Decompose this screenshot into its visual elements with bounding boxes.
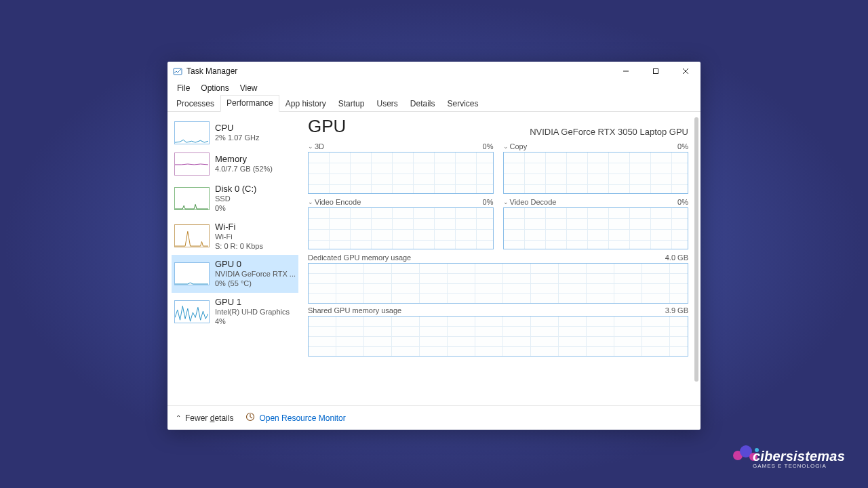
graph-canvas bbox=[308, 207, 494, 249]
cpu-thumb-icon bbox=[174, 121, 210, 144]
graph-video-decode[interactable]: ⌄Video Decode 0% bbox=[503, 198, 689, 249]
gpu0-thumb-icon bbox=[174, 262, 210, 285]
menu-view[interactable]: View bbox=[235, 82, 263, 94]
sidebar-item-label: Wi-Fi bbox=[215, 222, 296, 232]
svg-rect-2 bbox=[654, 69, 658, 74]
sidebar-item-label: CPU bbox=[215, 123, 296, 133]
gpu1-thumb-icon bbox=[174, 300, 210, 323]
tab-users[interactable]: Users bbox=[370, 96, 403, 112]
tab-row: Processes Performance App history Startu… bbox=[167, 96, 701, 112]
graph-copy[interactable]: ⌄Copy 0% bbox=[503, 142, 689, 194]
chevron-down-icon[interactable]: ⌄ bbox=[503, 199, 509, 205]
sidebar-item-sub: Intel(R) UHD Graphics bbox=[215, 307, 296, 317]
fewer-details-button[interactable]: ⌃ Fewer details bbox=[176, 413, 233, 423]
sidebar-item-label: Memory bbox=[215, 154, 296, 164]
sidebar-item-label: GPU 0 bbox=[215, 259, 296, 269]
gpu-model-label: NVIDIA GeForce RTX 3050 Laptop GPU bbox=[530, 127, 688, 137]
sidebar-item-sub2: 4% bbox=[215, 317, 296, 326]
tab-performance[interactable]: Performance bbox=[220, 95, 279, 112]
tab-startup[interactable]: Startup bbox=[332, 96, 371, 112]
chevron-up-icon: ⌃ bbox=[176, 414, 181, 422]
tab-details[interactable]: Details bbox=[404, 96, 441, 112]
sidebar-item-sub: 2% 1.07 GHz bbox=[215, 133, 296, 142]
graph-label: Video Encode bbox=[315, 198, 361, 206]
svg-line-7 bbox=[250, 417, 252, 418]
sidebar-item-gpu1[interactable]: GPU 1 Intel(R) UHD Graphics 4% bbox=[172, 293, 298, 331]
graph-canvas bbox=[503, 152, 689, 194]
open-resource-monitor-link[interactable]: Open Resource Monitor bbox=[245, 412, 345, 424]
graph-max-value: 4.0 GB bbox=[665, 253, 688, 262]
brand-watermark: cibersistemas GAMES E TECNOLOGIA bbox=[753, 449, 845, 469]
sidebar-item-label: GPU 1 bbox=[215, 297, 296, 307]
graph-shared-memory[interactable]: Shared GPU memory usage 3.9 GB bbox=[308, 306, 688, 357]
tab-services[interactable]: Services bbox=[441, 96, 485, 112]
menu-file[interactable]: File bbox=[172, 82, 195, 94]
wifi-thumb-icon bbox=[174, 224, 210, 247]
chevron-down-icon[interactable]: ⌄ bbox=[503, 143, 509, 150]
chevron-down-icon[interactable]: ⌄ bbox=[308, 199, 313, 205]
close-button[interactable] bbox=[671, 62, 701, 81]
graph-label: 3D bbox=[315, 142, 324, 150]
chevron-down-icon[interactable]: ⌄ bbox=[308, 143, 313, 150]
graph-canvas bbox=[308, 316, 688, 357]
memory-thumb-icon bbox=[174, 152, 210, 176]
graph-label: Video Decode bbox=[510, 198, 557, 206]
graph-canvas bbox=[308, 263, 688, 304]
disk-thumb-icon bbox=[174, 187, 210, 210]
sidebar-item-gpu0[interactable]: GPU 0 NVIDIA GeForce RTX ... 0% (55 °C) bbox=[172, 255, 298, 293]
graph-dedicated-memory[interactable]: Dedicated GPU memory usage 4.0 GB bbox=[308, 253, 688, 304]
brand-name: cibersistemas bbox=[753, 449, 845, 464]
task-manager-window: Task Manager File Options View Processes… bbox=[167, 62, 701, 430]
graph-3d[interactable]: ⌄3D 0% bbox=[308, 142, 494, 194]
tab-processes[interactable]: Processes bbox=[170, 96, 220, 112]
resource-monitor-icon bbox=[245, 412, 255, 424]
performance-sidebar: CPU 2% 1.07 GHz Memory 4.0/7.7 GB (52%) bbox=[167, 112, 298, 405]
tab-app-history[interactable]: App history bbox=[279, 96, 332, 112]
sidebar-item-sub2: 0% (55 °C) bbox=[215, 279, 296, 288]
minimize-button[interactable] bbox=[611, 62, 641, 81]
titlebar[interactable]: Task Manager bbox=[167, 62, 701, 81]
graph-canvas bbox=[503, 207, 689, 249]
sidebar-item-sub: SSD bbox=[215, 194, 296, 203]
window-title: Task Manager bbox=[186, 66, 237, 76]
sidebar-item-memory[interactable]: Memory 4.0/7.7 GB (52%) bbox=[172, 148, 298, 180]
sidebar-item-label: Disk 0 (C:) bbox=[215, 184, 296, 194]
page-title: GPU bbox=[308, 116, 346, 137]
menu-options[interactable]: Options bbox=[195, 82, 234, 94]
sidebar-item-sub2: 0% bbox=[215, 203, 296, 213]
graph-label: Shared GPU memory usage bbox=[308, 306, 401, 314]
footer: ⌃ Fewer details Open Resource Monitor bbox=[167, 405, 701, 430]
graph-canvas bbox=[308, 152, 494, 194]
sidebar-item-disk[interactable]: Disk 0 (C:) SSD 0% bbox=[172, 180, 298, 218]
sidebar-item-sub: 4.0/7.7 GB (52%) bbox=[215, 164, 296, 174]
graph-value: 0% bbox=[483, 198, 494, 206]
graph-max-value: 3.9 GB bbox=[665, 306, 688, 314]
sidebar-item-wifi[interactable]: Wi-Fi Wi-Fi S: 0 R: 0 Kbps bbox=[172, 218, 298, 256]
graph-label: Dedicated GPU memory usage bbox=[308, 253, 411, 262]
content-scrollbar[interactable] bbox=[694, 117, 698, 382]
sidebar-item-sub: NVIDIA GeForce RTX ... bbox=[215, 269, 296, 279]
performance-content: GPU NVIDIA GeForce RTX 3050 Laptop GPU ⌄… bbox=[298, 112, 701, 405]
graph-value: 0% bbox=[677, 198, 688, 206]
graph-label: Copy bbox=[510, 142, 528, 150]
graph-video-encode[interactable]: ⌄Video Encode 0% bbox=[308, 198, 494, 249]
brand-tagline: GAMES E TECNOLOGIA bbox=[753, 463, 845, 469]
performance-body: CPU 2% 1.07 GHz Memory 4.0/7.7 GB (52%) bbox=[167, 112, 701, 405]
graph-value: 0% bbox=[677, 142, 688, 150]
graph-value: 0% bbox=[483, 142, 494, 150]
menubar: File Options View bbox=[167, 81, 701, 96]
app-icon bbox=[173, 66, 182, 76]
maximize-button[interactable] bbox=[641, 62, 671, 81]
open-resource-monitor-label: Open Resource Monitor bbox=[259, 413, 345, 423]
sidebar-item-cpu[interactable]: CPU 2% 1.07 GHz bbox=[172, 117, 298, 148]
sidebar-item-sub2: S: 0 R: 0 Kbps bbox=[215, 241, 296, 251]
sidebar-item-sub: Wi-Fi bbox=[215, 232, 296, 241]
